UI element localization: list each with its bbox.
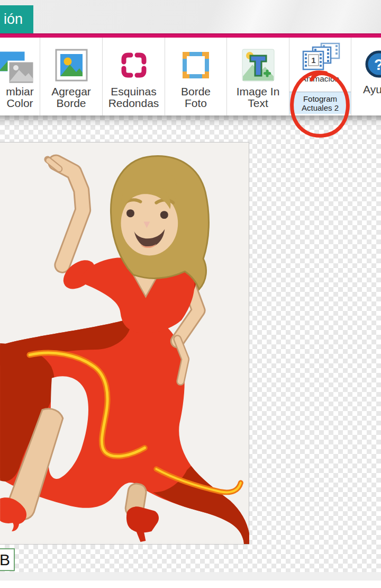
toolbar-button-esquinas-redondas[interactable]: Esquinas Redondas — [103, 38, 165, 115]
help-icon: ? — [364, 44, 381, 84]
photo-border-icon — [180, 44, 211, 86]
change-color-icon — [0, 44, 36, 86]
image-in-text-icon — [242, 44, 275, 86]
tab-animacion[interactable]: ión — [0, 5, 33, 33]
current-frames-indicator: Fotogram Actuales 2 — [289, 92, 351, 114]
toolbar-button-image-in-text[interactable]: Image In Text — [227, 38, 289, 115]
image-panel[interactable] — [0, 142, 249, 545]
toolbar-shadow — [0, 115, 381, 127]
bottom-white-strip — [0, 581, 381, 588]
workspace-canvas: B — [0, 115, 381, 588]
animation-frames-icon: 1 — [299, 42, 341, 73]
animation-label: Animación — [301, 74, 339, 84]
toolbar-button-animacion[interactable]: 1 Animación Fotogram Actuales 2 — [289, 38, 351, 115]
woman-dancing-emoji — [0, 142, 249, 544]
toolbar-label: mbiar Color — [6, 86, 34, 109]
toolbar-label: Image In Text — [237, 86, 280, 109]
toolbar-label: Esquinas Redondas — [108, 86, 159, 109]
toolbar-button-borde-foto[interactable]: Borde Foto — [165, 38, 227, 115]
toolbar-button-cambiar-color[interactable]: mbiar Color — [0, 38, 40, 115]
toolbar: mbiar Color Agregar Borde — [0, 38, 381, 115]
toolbar-label: Ayu — [363, 84, 381, 95]
toolbar-button-ayuda[interactable]: ? Ayu — [351, 38, 381, 115]
status-badge: B — [0, 548, 15, 571]
question-glyph: ? — [374, 56, 381, 73]
tab-label: ión — [4, 11, 23, 28]
toolbar-label: Agregar Borde — [51, 86, 91, 109]
accent-bar — [0, 33, 381, 38]
toolbar-button-agregar-borde[interactable]: Agregar Borde — [40, 38, 103, 115]
toolbar-label: Borde Foto — [181, 86, 211, 109]
bottom-gray-strip — [0, 572, 381, 581]
app-header: ión — [0, 0, 381, 38]
rounded-corners-icon — [117, 44, 150, 86]
add-border-icon — [55, 44, 88, 86]
frame-number: 1 — [311, 56, 315, 65]
